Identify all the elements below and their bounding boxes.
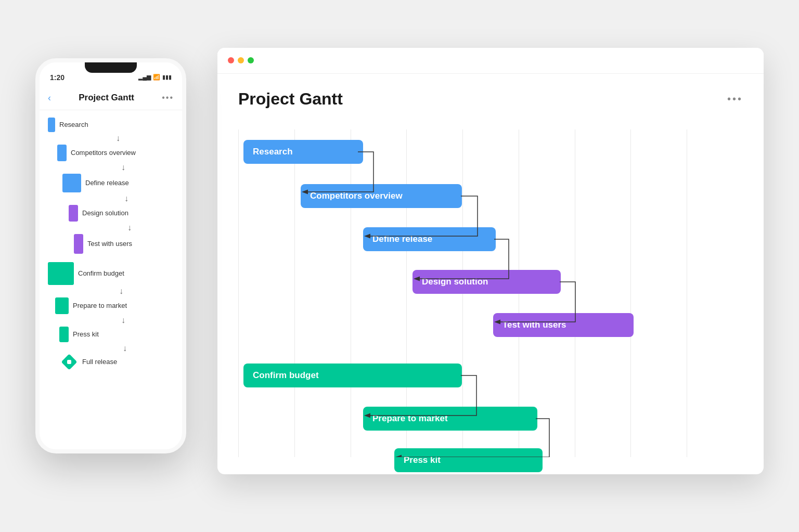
gantt-bars: Research Competitors overview Define rel…: [238, 129, 743, 457]
bar-press-kit[interactable]: Press kit: [394, 448, 543, 472]
phone-label-define-release: Define release: [85, 179, 129, 187]
phone-label-full-release: Full release: [82, 358, 117, 366]
battery-icon: ▮▮▮: [162, 74, 172, 81]
phone-back-button[interactable]: ‹: [48, 93, 51, 103]
phone-arrow-6: ↓: [40, 316, 182, 325]
scene: Project Gantt •••: [35, 32, 764, 500]
gantt-area: Research Competitors overview Define rel…: [238, 129, 743, 457]
phone-bar-research: [48, 118, 55, 132]
bar-confirm-budget[interactable]: Confirm budget: [243, 364, 462, 387]
phone-arrow-3: ↓: [40, 194, 182, 203]
traffic-light-yellow[interactable]: [238, 57, 244, 63]
phone-arrow-1: ↓: [40, 134, 182, 142]
phone-content: Research ↓ Competitors overview ↓ Define…: [40, 110, 182, 440]
phone-item-prepare-market: Prepare to market: [40, 295, 182, 316]
phone-item-full-release: Full release: [40, 353, 182, 371]
traffic-lights: [228, 57, 254, 63]
phone-bar-press-kit: [59, 327, 69, 342]
bar-competitors[interactable]: Competitors overview: [301, 184, 462, 208]
window-content: Project Gantt •••: [217, 74, 764, 474]
bar-test-users[interactable]: Test with users: [493, 313, 634, 337]
phone-diamond-container: [63, 356, 75, 368]
phone-item-competitors: Competitors overview: [40, 142, 182, 163]
phone-arrow-5: ↓: [40, 287, 182, 295]
phone-item-define-release: Define release: [40, 172, 182, 194]
phone-item-confirm-budget: Confirm budget: [40, 260, 182, 287]
phone-status-icons: ▂▄▆ 📶 ▮▮▮: [138, 74, 172, 81]
phone-item-press-kit: Press kit: [40, 325, 182, 344]
phone-arrow-4: ↓: [40, 224, 182, 232]
window-title-row: Project Gantt •••: [238, 89, 743, 109]
phone-label-research: Research: [59, 121, 88, 128]
phone-time: 1:20: [50, 73, 65, 82]
phone-diamond-inner: [67, 360, 71, 364]
phone-bar-competitors: [57, 145, 67, 161]
phone-item-design-solution: Design solution: [40, 203, 182, 224]
phone-label-competitors: Competitors overview: [71, 149, 136, 157]
window-title: Project Gantt: [238, 89, 343, 109]
traffic-light-red[interactable]: [228, 57, 234, 63]
phone-arrow-7: ↓: [40, 344, 182, 353]
more-menu-button[interactable]: •••: [727, 93, 743, 105]
phone-label-prepare-market: Prepare to market: [73, 302, 127, 309]
phone-label-confirm-budget: Confirm budget: [78, 269, 124, 277]
phone-header: ‹ Project Gantt •••: [40, 88, 182, 110]
phone-bar-design-solution: [69, 205, 78, 222]
phone-more-button[interactable]: •••: [162, 93, 174, 102]
phone-diamond-icon: [61, 354, 77, 370]
wifi-icon: 📶: [153, 74, 160, 81]
phone-arrow-2: ↓: [40, 163, 182, 172]
traffic-light-green[interactable]: [248, 57, 254, 63]
phone-item-research: Research: [40, 115, 182, 134]
phone-bar-confirm-budget: [48, 262, 74, 285]
desktop-window: Project Gantt •••: [217, 48, 764, 474]
bar-research[interactable]: Research: [243, 140, 363, 164]
signal-icon: ▂▄▆: [138, 74, 151, 81]
phone-notch: [85, 62, 137, 73]
bar-prepare-market[interactable]: Prepare to market: [363, 407, 537, 431]
bar-design-solution[interactable]: Design solution: [413, 270, 561, 294]
phone-bar-test-users: [74, 234, 83, 254]
phone-item-test-users: Test with users: [40, 232, 182, 256]
phone-bar-define-release: [62, 174, 81, 192]
bar-define-release[interactable]: Define release: [363, 227, 496, 251]
phone-label-design-solution: Design solution: [82, 209, 128, 217]
phone-label-press-kit: Press kit: [73, 330, 99, 338]
window-titlebar: [217, 48, 764, 74]
phone-label-test-users: Test with users: [87, 240, 132, 248]
phone-bar-prepare-market: [55, 297, 69, 314]
mobile-phone: 1:20 ▂▄▆ 📶 ▮▮▮ ‹ Project Gantt ••• Resea…: [35, 58, 186, 453]
phone-title: Project Gantt: [79, 93, 134, 103]
